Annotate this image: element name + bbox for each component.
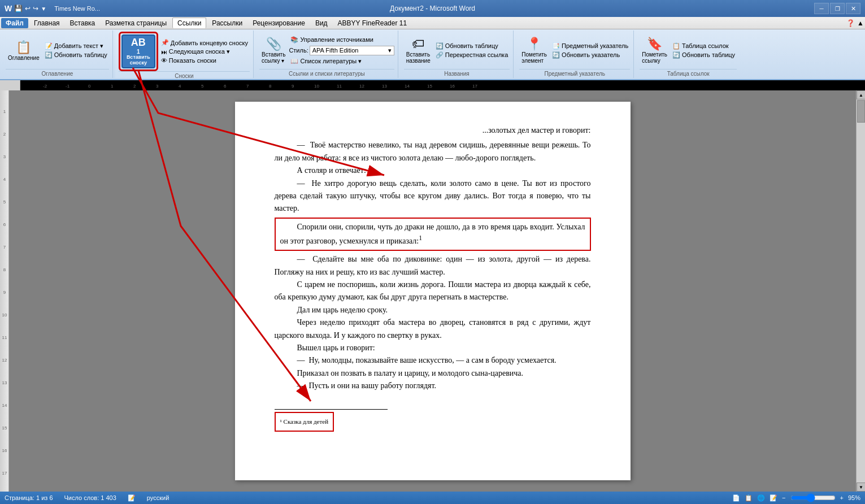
quick-access-arrow[interactable]: ▼ <box>41 6 46 12</box>
menu-references[interactable]: Ссылки <box>172 18 206 28</box>
insert-footnote-button[interactable]: AB 1 Вставитьсноску <box>121 34 155 68</box>
index-button[interactable]: 📑 Предметный указатель <box>550 42 630 50</box>
cross-reference-icon: 🔗 <box>436 51 444 59</box>
scrollbar-thumb[interactable] <box>857 100 865 123</box>
toa-group-title: Таблица ссылок <box>640 69 737 77</box>
insert-citation-label: Вставитьссылку ▾ <box>262 51 285 64</box>
content-area: 1 2 3 4 5 6 7 8 9 10 11 12 13 14 15 16 1… <box>0 90 865 492</box>
update-toa-label: Обновить таблицу <box>682 51 735 58</box>
menu-file[interactable]: Файл <box>1 18 28 28</box>
svg-text:1: 1 <box>3 109 6 114</box>
svg-text:2: 2 <box>3 132 6 137</box>
ribbon-toggle[interactable]: ▲ <box>857 19 864 27</box>
update-table-captions-label: Обновить таблицу <box>445 42 498 49</box>
add-endnote-button[interactable]: 📌 Добавить концевую сноску <box>159 38 250 47</box>
menu-page-layout[interactable]: Разметка страницы <box>101 18 171 28</box>
update-table-captions-icon: 🔄 <box>436 42 444 50</box>
ruler-marks: -2 -1 0 1 2 3 4 5 6 7 8 9 10 11 12 13 14… <box>20 80 865 90</box>
svg-text:13: 13 <box>2 380 7 385</box>
window-title: Документ2 - Microsoft Word <box>390 5 475 12</box>
help-icon[interactable]: ❓ <box>846 19 855 27</box>
menu-home[interactable]: Главная <box>29 18 64 28</box>
index-buttons: 📍 Пометитьэлемент 📑 Предметный указатель… <box>519 32 630 69</box>
update-toa-button[interactable]: 🔄 Обновить таблицу <box>671 51 737 59</box>
cross-reference-button[interactable]: 🔗 Перекрестная ссылка <box>434 51 510 59</box>
update-toa-icon: 🔄 <box>672 51 680 59</box>
view-print-button[interactable]: 📄 <box>732 494 740 502</box>
toa-buttons: 🔖 Пометитьссылку 📋 Таблица ссылок 🔄 Обно… <box>640 32 737 69</box>
footnote-area: ¹ Сказка для детей <box>275 409 388 431</box>
insert-caption-button[interactable]: 🏷 Вставитьназвание <box>404 36 433 65</box>
bibliography-label: Список литературы ▾ <box>300 58 362 65</box>
page-wrapper[interactable]: ...золотых дел мастер и говорит: — Твоё … <box>9 90 856 492</box>
svg-text:17: 17 <box>472 84 477 89</box>
quick-undo[interactable]: ↩ <box>25 5 31 12</box>
svg-text:3: 3 <box>156 84 159 89</box>
menu-insert[interactable]: Вставка <box>66 18 100 28</box>
bibliography-button[interactable]: 📖 Список литературы ▾ <box>289 57 394 66</box>
svg-text:0: 0 <box>88 84 91 89</box>
svg-text:-2: -2 <box>43 84 47 89</box>
mark-citation-button[interactable]: 🔖 Пометитьссылку <box>640 36 670 65</box>
svg-text:7: 7 <box>246 84 249 89</box>
svg-text:9: 9 <box>292 84 294 89</box>
menu-review[interactable]: Рецензирование <box>248 18 310 28</box>
view-fullscreen-button[interactable]: 📋 <box>745 494 753 502</box>
index-label: Предметный указатель <box>562 42 628 49</box>
toa-button[interactable]: 📋 Таблица ссылок <box>671 42 737 50</box>
style-dropdown[interactable]: APA Fifth Edition ▾ <box>310 46 394 55</box>
view-web-button[interactable]: 🌐 <box>757 494 765 502</box>
menu-abbyy[interactable]: ABBYY FineReader 11 <box>333 18 412 28</box>
toc-group-title: Оглавление <box>6 69 109 77</box>
index-icon: 📑 <box>552 42 560 50</box>
scrollbar-track[interactable] <box>857 99 865 483</box>
svg-text:6: 6 <box>3 222 6 227</box>
insert-citation-button[interactable]: 📎 Вставитьссылку ▾ <box>259 36 288 65</box>
ribbon-group-toc-buttons: 📋 Оглавление 📝 Добавить текст ▾ 🔄 Обнови… <box>6 32 109 69</box>
svg-text:11: 11 <box>337 84 342 89</box>
view-draft-button[interactable]: 📝 <box>770 494 777 502</box>
style-dropdown-arrow: ▾ <box>388 47 392 54</box>
toa-icon: 📋 <box>672 42 680 50</box>
svg-text:11: 11 <box>2 335 7 340</box>
menu-view[interactable]: Вид <box>311 18 332 28</box>
quick-save[interactable]: 💾 <box>14 5 23 12</box>
status-bar: Страница: 1 из 6 Число слов: 1 403 📝 рус… <box>0 492 865 504</box>
update-index-button[interactable]: 🔄 Обновить указатель <box>550 51 630 59</box>
zoom-slider[interactable] <box>790 493 836 502</box>
svg-text:10: 10 <box>2 312 7 318</box>
scrollbar-up-button[interactable]: ▲ <box>857 90 865 99</box>
svg-text:14: 14 <box>2 403 7 408</box>
ribbon-group-citations: 📎 Вставитьссылку ▾ 📚 Управление источник… <box>256 31 398 78</box>
captions-buttons: 🏷 Вставитьназвание 🔄 Обновить таблицу 🔗 … <box>404 32 510 69</box>
next-footnote-button[interactable]: ⏭ Следующая сноска ▾ <box>159 47 250 56</box>
menu-bar: Файл Главная Вставка Разметка страницы С… <box>0 17 865 29</box>
manage-sources-label: Управление источниками <box>300 36 373 43</box>
zoom-in-button[interactable]: + <box>840 494 844 501</box>
show-notes-button[interactable]: 👁 Показать сноски <box>159 57 250 64</box>
minimize-button[interactable]: ─ <box>814 3 829 14</box>
document-page[interactable]: ...золотых дел мастер и говорит: — Твоё … <box>235 102 631 480</box>
maximize-button[interactable]: ❐ <box>830 3 845 14</box>
add-text-icon: 📝 <box>45 42 53 50</box>
footnotes-small-buttons: 📌 Добавить концевую сноску ⏭ Следующая с… <box>159 38 250 64</box>
toc-button[interactable]: 📋 Оглавление <box>6 39 42 62</box>
svg-text:4: 4 <box>3 177 6 182</box>
manage-sources-button[interactable]: 📚 Управление источниками <box>289 36 394 44</box>
font-name: Times New Ro... <box>54 5 100 12</box>
menu-mailings[interactable]: Рассылки <box>207 18 247 28</box>
cross-reference-label: Перекрестная ссылка <box>445 51 508 58</box>
update-table-captions-button[interactable]: 🔄 Обновить таблицу <box>434 42 510 50</box>
close-button[interactable]: ✕ <box>846 3 860 14</box>
update-index-label: Обновить указатель <box>562 51 620 58</box>
language-label: русский <box>147 494 169 501</box>
add-text-button[interactable]: 📝 Добавить текст ▾ <box>43 42 109 50</box>
mark-entry-button[interactable]: 📍 Пометитьэлемент <box>519 36 549 65</box>
quick-redo[interactable]: ↪ <box>33 5 38 12</box>
update-table-toc-button[interactable]: 🔄 Обновить таблицу <box>43 51 109 59</box>
zoom-out-button[interactable]: − <box>782 494 785 501</box>
ribbon-group-toc: 📋 Оглавление 📝 Добавить текст ▾ 🔄 Обнови… <box>2 31 113 78</box>
scrollbar-down-button[interactable]: ▼ <box>857 483 865 492</box>
horizontal-ruler: -2 -1 0 1 2 3 4 5 6 7 8 9 10 11 12 13 14… <box>0 80 865 90</box>
title-bar: W 💾 ↩ ↪ ▼ Times New Ro... Документ2 - Mi… <box>0 0 865 17</box>
